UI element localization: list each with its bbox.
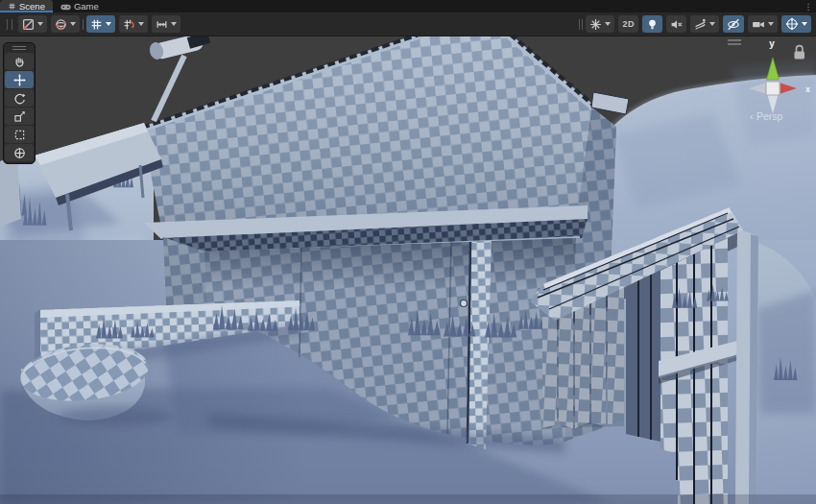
snap-move-button[interactable] bbox=[152, 15, 180, 33]
gizmo-neg-x-axis[interactable] bbox=[749, 84, 765, 94]
tab-game-label: Game bbox=[74, 1, 99, 12]
gizmo-drag-handle[interactable] bbox=[728, 40, 741, 44]
unity-scene-view-window: Scene Game ⋮ bbox=[0, 0, 816, 504]
draw-mode-button[interactable] bbox=[18, 15, 47, 33]
camera-button[interactable] bbox=[748, 15, 778, 33]
gamepad-icon bbox=[60, 3, 71, 11]
tools-drag-handle[interactable] bbox=[4, 43, 35, 52]
orientation-gizmo[interactable]: y x ‹ Persp bbox=[725, 36, 816, 132]
eye-slash-icon bbox=[727, 18, 740, 31]
gizmo-x-axis[interactable] bbox=[780, 84, 797, 94]
scale-icon bbox=[13, 110, 26, 123]
hand-icon bbox=[13, 56, 26, 68]
toolbar-drag-handle[interactable] bbox=[6, 19, 13, 30]
lighting-button[interactable] bbox=[642, 15, 662, 33]
grid-icon bbox=[8, 2, 16, 11]
axis-x-label: x bbox=[805, 84, 810, 94]
grid-icon bbox=[90, 18, 103, 31]
tool-move[interactable] bbox=[5, 71, 34, 88]
axis-y-label: y bbox=[769, 38, 775, 49]
tool-view-hand[interactable] bbox=[5, 53, 34, 70]
tool-rect[interactable] bbox=[5, 126, 34, 143]
audio-muted-icon bbox=[670, 18, 683, 31]
fx-options-button[interactable] bbox=[690, 15, 719, 33]
gizmos-button[interactable] bbox=[781, 15, 811, 33]
tab-bar: Scene Game ⋮ bbox=[0, 0, 816, 12]
tool-rotate[interactable] bbox=[5, 89, 34, 107]
tool-scale[interactable] bbox=[5, 108, 34, 125]
persp-arrow-icon: ‹ bbox=[750, 110, 754, 122]
draw-mode-icon bbox=[22, 18, 35, 31]
gizmo-y-axis[interactable] bbox=[767, 58, 780, 80]
rotate-icon bbox=[13, 92, 26, 105]
audio-button[interactable] bbox=[666, 15, 686, 33]
scene-visualization-button[interactable] bbox=[51, 15, 80, 33]
scene-visibility-button[interactable] bbox=[723, 15, 744, 33]
fx-icon bbox=[694, 18, 707, 31]
rect-tool-icon bbox=[13, 129, 26, 141]
door-knob[interactable] bbox=[461, 300, 468, 307]
tab-scene[interactable]: Scene bbox=[0, 0, 53, 12]
star-icon bbox=[589, 18, 602, 31]
scene-viewport[interactable] bbox=[0, 0, 816, 504]
2d-label: 2D bbox=[622, 19, 635, 29]
snap-increment-button[interactable] bbox=[119, 15, 148, 33]
move-icon bbox=[13, 74, 26, 86]
persp-label: Persp bbox=[756, 110, 783, 122]
globe-icon bbox=[55, 18, 67, 31]
tab-game[interactable]: Game bbox=[53, 0, 107, 12]
gizmo-center-cube[interactable] bbox=[766, 82, 780, 95]
toolbar-right-group: 2D bbox=[578, 15, 813, 33]
kebab-icon: ⋮ bbox=[804, 2, 813, 12]
snap-move-icon bbox=[156, 18, 168, 31]
window-menu-button[interactable]: ⋮ bbox=[801, 0, 816, 12]
orbit-icon bbox=[785, 17, 799, 31]
effects-button[interactable] bbox=[586, 15, 614, 33]
tab-scene-label: Scene bbox=[19, 1, 45, 12]
2d-toggle-button[interactable]: 2D bbox=[618, 15, 638, 33]
tool-transform[interactable] bbox=[5, 144, 34, 161]
projection-label[interactable]: ‹ Persp bbox=[750, 110, 783, 122]
scene-toolbar: 2D bbox=[0, 12, 816, 36]
tools-overlay bbox=[3, 42, 36, 164]
grid-visibility-button[interactable] bbox=[86, 15, 115, 33]
lock-icon[interactable] bbox=[795, 46, 805, 60]
snap-grid-icon bbox=[123, 18, 135, 31]
transform-icon bbox=[13, 147, 26, 159]
camera-icon bbox=[752, 18, 765, 31]
lightbulb-icon bbox=[646, 18, 659, 31]
